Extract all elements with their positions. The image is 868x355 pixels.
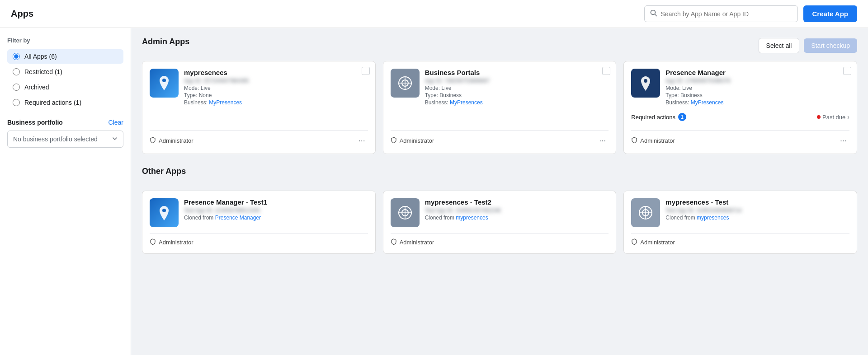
mode-detail: Mode: Live — [665, 85, 849, 91]
header: Apps Create App — [0, 0, 868, 28]
required-actions-count: 1 — [678, 113, 686, 121]
app-id-detail: App ID: 748206753888687 — [425, 78, 609, 84]
type-detail: Type: Business — [425, 92, 609, 98]
search-box[interactable] — [644, 5, 798, 22]
filter-all-label: All Apps (6) — [24, 53, 57, 60]
other-section-header: Other Apps — [142, 167, 857, 183]
filter-restricted[interactable]: Restricted (1) — [7, 65, 123, 79]
card-footer: Administrator ··· — [631, 130, 849, 146]
header-right: Create App — [644, 5, 857, 22]
more-options-button[interactable]: ··· — [596, 135, 609, 146]
role-label: Administrator — [400, 137, 434, 144]
past-due-dot — [817, 115, 821, 119]
app-icon-test — [631, 198, 660, 227]
card-top: mypresences - Test Test App ID: 31953169… — [631, 198, 849, 227]
business-link[interactable]: MyPresences — [691, 99, 724, 106]
create-app-button[interactable]: Create App — [803, 5, 857, 22]
admin-badge: Administrator — [150, 238, 193, 246]
role-label: Administrator — [400, 239, 434, 246]
app-card-mypresences-test: mypresences - Test Test App ID: 31953169… — [623, 191, 857, 254]
admin-apps-section: Admin Apps Select all Start checkup — [142, 37, 857, 154]
card-app-info: Presence Manager App ID: 176600675398376… — [665, 69, 849, 107]
start-checkup-button[interactable]: Start checkup — [804, 38, 857, 53]
mode-detail: Mode: Live — [425, 85, 609, 91]
admin-badge: Administrator — [631, 238, 675, 246]
sidebar: Filter by All Apps (6) Restricted (1) Ar… — [0, 28, 131, 355]
role-label: Administrator — [640, 137, 675, 144]
type-detail: Type: Business — [665, 92, 849, 98]
role-label: Administrator — [159, 239, 193, 246]
portfolio-dropdown[interactable]: No business portfolio selected — [7, 131, 123, 148]
app-id-detail: App ID: 176600675398376 — [665, 78, 849, 84]
search-icon — [650, 9, 657, 18]
card-top: Business Portals App ID: 748206753888687… — [391, 69, 609, 124]
role-label: Administrator — [640, 239, 675, 246]
cloned-link[interactable]: mypresences — [697, 215, 729, 221]
chevron-down-icon — [112, 135, 118, 143]
content-area: Admin Apps Select all Start checkup — [131, 28, 868, 355]
filter-all-apps[interactable]: All Apps (6) — [7, 49, 123, 64]
app-icon-presence-mgr — [631, 69, 660, 98]
admin-badge: Administrator — [391, 238, 434, 246]
svg-point-8 — [162, 209, 166, 212]
shield-icon — [631, 137, 637, 145]
admin-badge: Administrator — [391, 137, 434, 145]
search-input[interactable] — [661, 10, 792, 18]
business-detail: Business: MyPresences — [665, 99, 849, 106]
filter-restricted-radio[interactable] — [13, 68, 20, 75]
card-app-info: Business Portals App ID: 748206753888687… — [425, 69, 609, 107]
filter-archived-radio[interactable] — [13, 84, 20, 91]
portfolio-header: Business portfolio Clear — [7, 119, 123, 126]
more-options-button[interactable]: ··· — [356, 135, 368, 146]
filter-all-radio[interactable] — [13, 53, 20, 60]
app-card-mypresences-test2: mypresences - Test2 Test App ID: 2345613… — [383, 191, 617, 254]
required-actions-bar[interactable]: Required actions 1 Past due › — [631, 110, 849, 124]
card-footer: Administrator — [391, 234, 609, 246]
shield-icon — [150, 137, 156, 145]
business-detail: Business: MyPresences — [425, 99, 609, 106]
card-top: mypresences App ID: 257244647984395 Mode… — [150, 69, 368, 124]
filter-by-label: Filter by — [7, 37, 123, 44]
card-checkbox[interactable] — [843, 67, 851, 75]
other-section-title: Other Apps — [142, 167, 186, 176]
required-actions-left: Required actions 1 — [631, 113, 686, 121]
clear-portfolio-link[interactable]: Clear — [108, 119, 123, 126]
past-due-label: Past due — [822, 114, 845, 121]
filter-required-actions[interactable]: Required actions (1) — [7, 95, 123, 110]
svg-point-7 — [644, 79, 647, 83]
card-top: mypresences - Test2 Test App ID: 2345613… — [391, 198, 609, 227]
page-title: Apps — [11, 9, 33, 19]
app-card-presence-manager-test1: Presence Manager - Test1 Test App ID: 12… — [142, 191, 376, 254]
app-card-mypresences: mypresences App ID: 257244647984395 Mode… — [142, 61, 376, 154]
card-app-info: mypresences - Test Test App ID: 31953169… — [665, 198, 849, 222]
filter-restricted-label: Restricted (1) — [24, 68, 62, 75]
cloned-link[interactable]: mypresences — [456, 215, 488, 221]
app-card-business-portals: Business Portals App ID: 748206753888687… — [383, 61, 617, 154]
more-options-button[interactable]: ··· — [837, 135, 849, 146]
select-all-button[interactable]: Select all — [759, 38, 800, 53]
cloned-from: Cloned from Presence Manager — [184, 215, 368, 221]
filter-required-radio[interactable] — [13, 99, 20, 106]
app-icon-presence — [150, 69, 179, 98]
filter-archived[interactable]: Archived — [7, 80, 123, 94]
card-checkbox[interactable] — [362, 67, 370, 75]
portfolio-dropdown-text: No business portfolio selected — [13, 135, 98, 143]
app-name: mypresences - Test — [665, 198, 849, 206]
business-link[interactable]: MyPresences — [450, 99, 483, 106]
app-name: mypresences - Test2 — [425, 198, 609, 206]
required-actions-label: Required actions — [631, 114, 675, 121]
admin-badge: Administrator — [150, 137, 193, 145]
card-checkbox[interactable] — [602, 67, 610, 75]
filter-required-label: Required actions (1) — [24, 99, 81, 106]
shield-icon — [631, 238, 637, 246]
test-app-id-detail: Test App ID: 123456789012345 — [184, 207, 368, 214]
card-footer: Administrator ··· — [150, 130, 368, 146]
admin-section-title: Admin Apps — [142, 37, 189, 47]
type-detail: Type: None — [184, 92, 368, 98]
admin-cards-grid: mypresences App ID: 257244647984395 Mode… — [142, 61, 857, 154]
chevron-right-icon: › — [847, 113, 849, 121]
cloned-link[interactable]: Presence Manager — [215, 215, 261, 221]
business-link[interactable]: MyPresences — [209, 99, 242, 106]
card-app-info: mypresences App ID: 257244647984395 Mode… — [184, 69, 368, 107]
svg-point-2 — [162, 79, 166, 82]
